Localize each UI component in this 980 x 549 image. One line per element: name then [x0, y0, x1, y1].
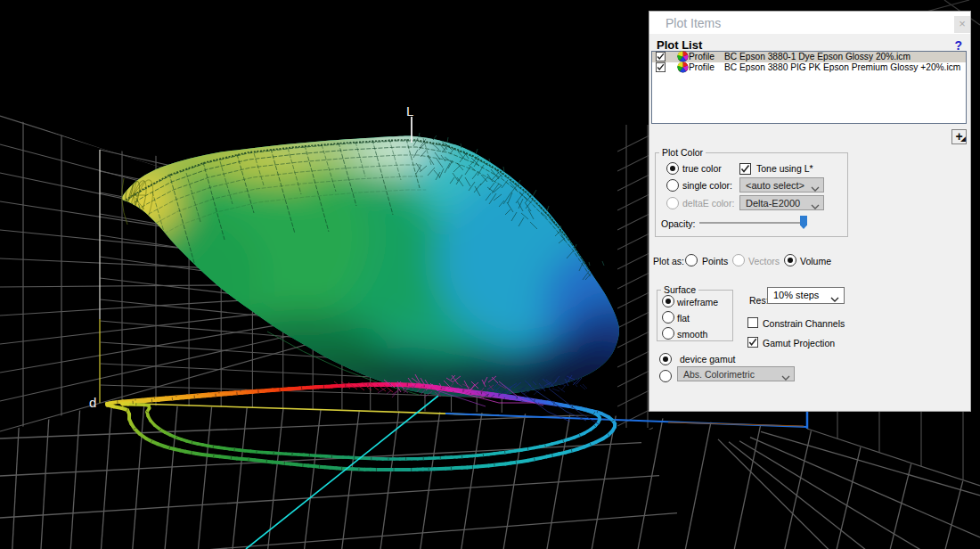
- svg-text:L: L: [406, 103, 413, 119]
- svg-text:d: d: [89, 395, 96, 410]
